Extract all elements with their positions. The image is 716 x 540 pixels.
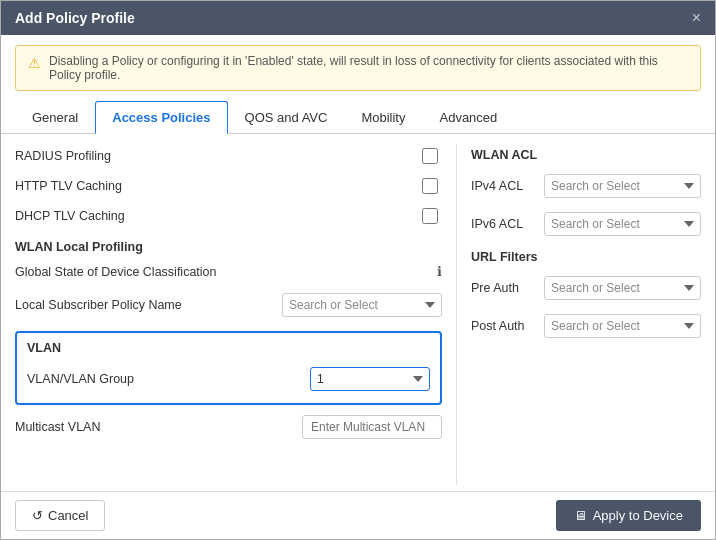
url-filters-title: URL Filters — [471, 246, 701, 266]
dhcp-tlv-row: DHCP TLV Caching — [15, 204, 442, 228]
ipv4-acl-row: IPv4 ACL Search or Select — [471, 170, 701, 202]
vertical-divider — [456, 144, 457, 485]
tab-general[interactable]: General — [15, 101, 95, 133]
local-subscriber-row: Local Subscriber Policy Name Search or S… — [15, 289, 442, 321]
ipv6-label: IPv6 ACL — [471, 217, 536, 231]
vlan-group-label: VLAN/VLAN Group — [27, 372, 302, 386]
ipv6-select[interactable]: Search or Select — [544, 212, 701, 236]
tab-access-policies[interactable]: Access Policies — [95, 101, 227, 134]
close-button[interactable]: × — [692, 9, 701, 27]
modal-body: RADIUS Profiling HTTP TLV Caching DHCP T… — [1, 134, 715, 491]
warning-icon: ⚠ — [28, 55, 41, 71]
global-state-row: Global State of Device Classification ℹ — [15, 260, 442, 283]
multicast-label: Multicast VLAN — [15, 420, 294, 434]
local-subscriber-label: Local Subscriber Policy Name — [15, 298, 274, 312]
radius-profiling-row: RADIUS Profiling — [15, 144, 442, 168]
vlan-title: VLAN — [27, 341, 430, 355]
post-auth-label: Post Auth — [471, 319, 536, 333]
info-icon: ℹ — [437, 264, 442, 279]
pre-auth-select[interactable]: Search or Select — [544, 276, 701, 300]
pre-auth-label: Pre Auth — [471, 281, 536, 295]
cancel-label: Cancel — [48, 508, 88, 523]
tab-advanced[interactable]: Advanced — [422, 101, 514, 133]
cancel-button[interactable]: ↺ Cancel — [15, 500, 105, 531]
cancel-icon: ↺ — [32, 508, 43, 523]
tab-mobility[interactable]: Mobility — [344, 101, 422, 133]
local-subscriber-select[interactable]: Search or Select — [282, 293, 442, 317]
ipv4-label: IPv4 ACL — [471, 179, 536, 193]
modal-footer: ↺ Cancel 🖥 Apply to Device — [1, 491, 715, 539]
warning-text: Disabling a Policy or configuring it in … — [49, 54, 688, 82]
tabs-container: General Access Policies QOS and AVC Mobi… — [1, 101, 715, 134]
post-auth-select[interactable]: Search or Select — [544, 314, 701, 338]
http-tlv-row: HTTP TLV Caching — [15, 174, 442, 198]
wlan-local-profiling-title: WLAN Local Profiling — [15, 240, 442, 254]
vlan-group-row: VLAN/VLAN Group 1 — [27, 363, 430, 395]
modal-header: Add Policy Profile × — [1, 1, 715, 35]
tab-qos-avc[interactable]: QOS and AVC — [228, 101, 345, 133]
add-policy-profile-modal: Add Policy Profile × ⚠ Disabling a Polic… — [0, 0, 716, 540]
apply-to-device-button[interactable]: 🖥 Apply to Device — [556, 500, 701, 531]
radius-label: RADIUS Profiling — [15, 149, 410, 163]
radius-checkbox[interactable] — [422, 148, 438, 164]
post-auth-row: Post Auth Search or Select — [471, 310, 701, 342]
dhcp-label: DHCP TLV Caching — [15, 209, 410, 223]
vlan-group-select[interactable]: 1 — [310, 367, 430, 391]
dhcp-checkbox-cell — [418, 208, 442, 224]
http-label: HTTP TLV Caching — [15, 179, 410, 193]
right-panel: WLAN ACL IPv4 ACL Search or Select IPv6 … — [471, 144, 701, 485]
ipv6-acl-row: IPv6 ACL Search or Select — [471, 208, 701, 240]
wlan-acl-title: WLAN ACL — [471, 144, 701, 164]
http-checkbox-cell — [418, 178, 442, 194]
global-state-label: Global State of Device Classification — [15, 265, 429, 279]
http-checkbox[interactable] — [422, 178, 438, 194]
ipv4-select[interactable]: Search or Select — [544, 174, 701, 198]
multicast-vlan-row: Multicast VLAN — [15, 411, 442, 443]
apply-icon: 🖥 — [574, 508, 587, 523]
warning-bar: ⚠ Disabling a Policy or configuring it i… — [15, 45, 701, 91]
vlan-section: VLAN VLAN/VLAN Group 1 — [15, 331, 442, 405]
apply-label: Apply to Device — [593, 508, 683, 523]
dhcp-checkbox[interactable] — [422, 208, 438, 224]
left-panel: RADIUS Profiling HTTP TLV Caching DHCP T… — [15, 144, 442, 485]
multicast-vlan-input[interactable] — [302, 415, 442, 439]
radius-checkbox-cell — [418, 148, 442, 164]
pre-auth-row: Pre Auth Search or Select — [471, 272, 701, 304]
modal-title: Add Policy Profile — [15, 10, 135, 26]
